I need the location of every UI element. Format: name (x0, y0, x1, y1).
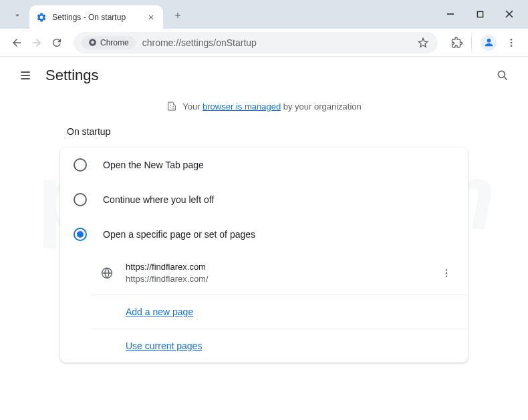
avatar (481, 35, 497, 51)
svg-rect-0 (477, 11, 483, 17)
back-icon (11, 37, 23, 49)
svg-point-9 (446, 272, 447, 274)
star-icon (417, 37, 429, 49)
browser-toolbar: Chrome chrome://settings/onStartup (0, 29, 528, 57)
option-label: Open the New Tab page (103, 160, 204, 170)
window-titlebar: Settings - On startup (0, 0, 528, 29)
back-button[interactable] (7, 33, 27, 53)
startup-card: Open the New Tab page Continue where you… (60, 148, 468, 363)
startup-page-title: https://findflarex.com (126, 261, 438, 273)
more-vert-icon (506, 37, 517, 48)
settings-menu-button[interactable] (13, 63, 37, 87)
use-current-pages-row[interactable]: Use current pages (90, 329, 468, 363)
forward-icon (31, 37, 43, 49)
hamburger-icon (19, 69, 32, 82)
use-current-pages-link[interactable]: Use current pages (126, 341, 202, 351)
option-continue[interactable]: Continue where you left off (60, 182, 468, 217)
browser-tab[interactable]: Settings - On startup (29, 5, 163, 29)
person-icon (483, 37, 495, 48)
minimize-icon (446, 10, 454, 18)
close-icon (148, 14, 154, 21)
profile-button[interactable] (479, 33, 499, 53)
new-tab-button[interactable] (168, 6, 187, 25)
window-minimize-button[interactable] (444, 7, 457, 21)
managed-prefix: Your (182, 101, 203, 112)
toolbar-separator (471, 36, 472, 49)
startup-page-item: https://findflarex.com https://findflare… (90, 252, 468, 294)
url-text: chrome://settings/onStartup (142, 37, 416, 48)
add-page-link[interactable]: Add a new page (126, 306, 193, 317)
puzzle-icon (451, 37, 463, 49)
site-chip[interactable]: Chrome (82, 36, 136, 49)
reload-button[interactable] (47, 33, 67, 53)
settings-header: Settings (0, 57, 528, 94)
building-icon (166, 101, 177, 112)
maximize-icon (477, 11, 484, 18)
startup-page-more-button[interactable] (438, 265, 454, 281)
chevron-down-icon (13, 11, 22, 20)
tab-title: Settings - On startup (52, 13, 146, 22)
bookmark-button[interactable] (416, 36, 430, 49)
search-icon (496, 69, 509, 82)
window-maximize-button[interactable] (473, 7, 487, 21)
svg-point-3 (511, 39, 513, 41)
svg-point-4 (511, 41, 513, 43)
startup-page-url: https://findflarex.com/ (126, 273, 438, 285)
svg-point-5 (511, 45, 513, 47)
gear-icon (36, 12, 47, 23)
add-page-row[interactable]: Add a new page (90, 294, 468, 329)
svg-point-8 (446, 269, 447, 270)
extensions-button[interactable] (447, 33, 467, 53)
radio-icon-selected (74, 228, 87, 241)
window-controls (444, 7, 516, 21)
address-bar[interactable]: Chrome chrome://settings/onStartup (74, 32, 438, 53)
svg-point-6 (498, 71, 505, 77)
globe-icon (100, 266, 114, 280)
svg-point-10 (446, 276, 447, 277)
section-title: On startup (67, 126, 468, 137)
managed-link[interactable]: browser is managed (203, 101, 281, 112)
radio-icon (74, 193, 87, 206)
window-close-button[interactable] (503, 7, 516, 21)
tab-search-dropdown[interactable] (8, 6, 27, 25)
settings-title: Settings (45, 67, 99, 84)
close-icon (505, 10, 513, 18)
option-new-tab[interactable]: Open the New Tab page (60, 148, 468, 182)
svg-point-2 (91, 41, 94, 43)
forward-button[interactable] (27, 33, 47, 53)
reload-icon (51, 37, 63, 49)
chrome-icon (88, 38, 97, 47)
option-label: Open a specific page or set of pages (103, 229, 255, 240)
chrome-menu-button[interactable] (501, 33, 521, 53)
managed-banner: Your browser is managed by your organiza… (0, 94, 528, 118)
radio-icon (74, 158, 87, 172)
site-chip-label: Chrome (100, 38, 129, 47)
more-vert-icon (441, 268, 452, 278)
tab-close-button[interactable] (146, 12, 156, 23)
settings-content: On startup Open the New Tab page Continu… (0, 126, 528, 363)
plus-icon (173, 11, 182, 20)
managed-suffix: by your organization (281, 101, 362, 112)
option-specific-pages[interactable]: Open a specific page or set of pages (60, 217, 468, 252)
option-label: Continue where you left off (103, 194, 214, 205)
settings-search-button[interactable] (491, 63, 515, 87)
